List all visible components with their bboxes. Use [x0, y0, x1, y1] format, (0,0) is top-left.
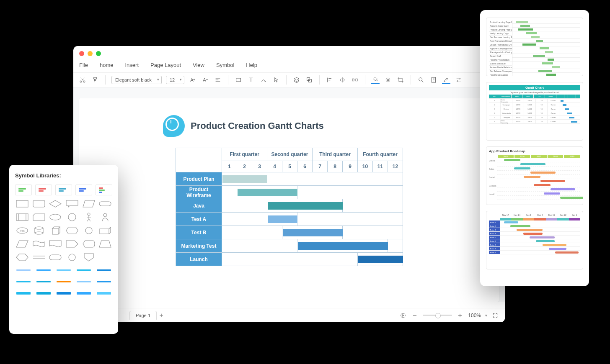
- page-setup-icon[interactable]: [429, 76, 438, 84]
- distribute-icon[interactable]: [351, 76, 359, 84]
- rectangle-shape-icon[interactable]: [234, 76, 243, 84]
- pen-color-icon[interactable]: [442, 76, 450, 84]
- menu-view[interactable]: View: [193, 62, 204, 68]
- canvas-area[interactable]: Product Creation Gantt Charts First quar…: [73, 87, 505, 302]
- maximize-window-button[interactable]: [96, 51, 101, 56]
- symbol-category[interactable]: [75, 185, 92, 195]
- menu-home[interactable]: home: [100, 62, 114, 68]
- connector-style[interactable]: [96, 277, 112, 286]
- menu-help[interactable]: Help: [246, 62, 257, 68]
- svg-rect-3: [307, 78, 310, 81]
- circle3-shape[interactable]: [65, 252, 79, 262]
- menu-file[interactable]: File: [79, 62, 88, 68]
- connector-style[interactable]: [96, 266, 112, 274]
- fullscreen-icon[interactable]: [491, 312, 499, 319]
- template-thumbnail[interactable]: App Product Roadmap 20152016201720182019…: [486, 146, 583, 205]
- svg-rect-15: [16, 214, 28, 220]
- zoom-in-button[interactable]: [456, 312, 464, 319]
- connector-style[interactable]: [55, 266, 72, 274]
- card-shape[interactable]: [32, 212, 46, 222]
- circle-shape[interactable]: [65, 212, 79, 222]
- user-shape[interactable]: [98, 212, 112, 222]
- symbol-category[interactable]: [15, 185, 32, 195]
- close-window-button[interactable]: [79, 51, 84, 56]
- double-rect-shape[interactable]: [15, 212, 29, 222]
- layers-icon[interactable]: [292, 76, 301, 84]
- prism-shape[interactable]: [98, 226, 112, 236]
- shape-style-icon[interactable]: [384, 76, 392, 84]
- template-thumbnail[interactable]: Product Landing Page CopyApprove Color C…: [486, 18, 583, 76]
- shield-shape[interactable]: [82, 252, 96, 262]
- pointer-icon[interactable]: [272, 76, 280, 84]
- template-thumbnail[interactable]: Nov 17Nov 24Dec 1Dec 8Dec 15Dec 22Jan 1A…: [486, 211, 583, 269]
- settings-icon[interactable]: [455, 76, 463, 84]
- connector-style[interactable]: [55, 289, 72, 297]
- stadium-shape[interactable]: [48, 252, 62, 262]
- pill-shape[interactable]: [98, 199, 112, 209]
- template-thumbnail[interactable]: Gantt Chart Organize your next interchan…: [486, 82, 583, 141]
- decrease-font-icon[interactable]: [201, 76, 209, 84]
- callout-shape[interactable]: [65, 199, 79, 209]
- group-icon[interactable]: [305, 76, 313, 84]
- connector-style[interactable]: [55, 277, 72, 286]
- window-titlebar: [73, 46, 505, 61]
- connector-style[interactable]: [35, 289, 52, 297]
- fill-color-icon[interactable]: [371, 76, 380, 84]
- trapezoid-shape[interactable]: [15, 239, 29, 249]
- circle2-shape[interactable]: [82, 226, 96, 236]
- menu-insert[interactable]: Insert: [125, 62, 139, 68]
- align-icon[interactable]: [214, 76, 222, 84]
- menu-page-layout[interactable]: Page Layout: [150, 62, 181, 68]
- page-tab[interactable]: Page-1: [129, 311, 157, 320]
- connector-icon[interactable]: [259, 76, 268, 84]
- lines-shape[interactable]: [32, 252, 46, 262]
- cube-shape[interactable]: [48, 226, 62, 236]
- symbol-category[interactable]: [35, 185, 52, 195]
- font-size-select[interactable]: 12: [166, 76, 184, 84]
- connector-style[interactable]: [75, 277, 92, 286]
- template-title: App Product Roadmap: [489, 149, 580, 153]
- font-family-select[interactable]: Elegant soft black: [111, 76, 162, 84]
- parallelogram-shape[interactable]: [82, 199, 96, 209]
- menu-symbol[interactable]: Symbol: [216, 62, 234, 68]
- connector-style[interactable]: [75, 266, 92, 274]
- add-page-button[interactable]: +: [159, 312, 163, 319]
- zoom-out-button[interactable]: [411, 312, 419, 319]
- wave-shape[interactable]: [32, 239, 46, 249]
- connector-style[interactable]: [35, 277, 52, 286]
- hexagon-shape[interactable]: [15, 252, 29, 262]
- connector-style[interactable]: [15, 277, 32, 286]
- connector-style[interactable]: [15, 266, 32, 274]
- crop-icon[interactable]: [396, 76, 405, 84]
- trapezoid2-shape[interactable]: [98, 239, 112, 249]
- rounded-rect-shape[interactable]: [32, 199, 46, 209]
- step-shape[interactable]: [65, 239, 79, 249]
- flip-horizontal-icon[interactable]: [338, 76, 346, 84]
- diamond-shape[interactable]: [48, 199, 62, 209]
- connector-style[interactable]: [96, 289, 112, 297]
- hexagon-flat-shape[interactable]: [65, 226, 79, 236]
- connector-style[interactable]: [15, 289, 32, 297]
- task-label: Product Plan: [176, 172, 222, 186]
- svg-point-7: [386, 78, 390, 82]
- document-shape[interactable]: [48, 239, 62, 249]
- display-shape[interactable]: [82, 239, 96, 249]
- yes-pill-shape[interactable]: Yes: [15, 226, 29, 236]
- symbol-category[interactable]: [96, 185, 112, 195]
- zoom-slider[interactable]: [423, 315, 452, 316]
- cylinder-shape[interactable]: [32, 226, 46, 236]
- cut-icon[interactable]: [78, 76, 87, 84]
- increase-font-icon[interactable]: [189, 76, 197, 84]
- rectangle-shape[interactable]: [15, 199, 29, 209]
- symbol-category[interactable]: [55, 185, 72, 195]
- ellipse-shape[interactable]: [48, 212, 62, 222]
- search-icon[interactable]: [417, 76, 425, 84]
- presentation-icon[interactable]: [399, 312, 407, 319]
- align-left-icon[interactable]: [326, 76, 334, 84]
- connector-style[interactable]: [75, 289, 92, 297]
- person-shape[interactable]: [82, 212, 96, 222]
- text-tool-icon[interactable]: [247, 76, 255, 84]
- minimize-window-button[interactable]: [88, 51, 93, 56]
- format-painter-icon[interactable]: [91, 76, 99, 84]
- connector-style[interactable]: [35, 266, 52, 274]
